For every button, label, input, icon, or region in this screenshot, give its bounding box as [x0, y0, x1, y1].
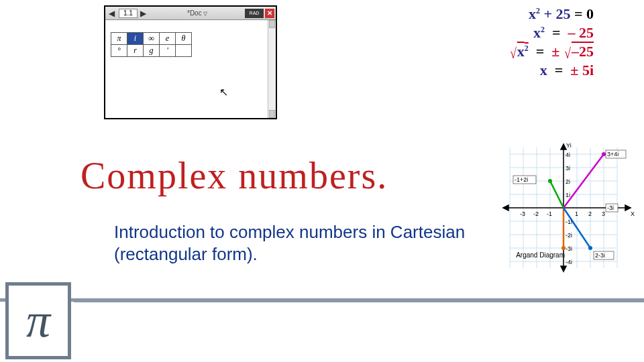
- x-tick: -1: [547, 210, 552, 217]
- close-button[interactable]: ✕: [265, 9, 274, 18]
- x-tick: -2: [533, 210, 539, 217]
- svg-marker-22: [561, 144, 566, 149]
- y-tick: -3i: [566, 245, 572, 252]
- y-tick: -4i: [566, 259, 572, 265]
- equation-line-2: x2 = – 25: [509, 24, 594, 42]
- argand-diagram: Yi X -3 -2 -1 1 2 3 -4i -3i -2i -1i 1i 2…: [493, 141, 637, 275]
- math-text: x: [540, 62, 547, 78]
- math-text: – 25: [568, 24, 594, 41]
- worked-equations: x2 + 25 = 0 x2 = – 25 √x2 = ± √–25 x = ±…: [509, 4, 594, 80]
- symbol-palette: π i ∞ e θ ° r g ': [111, 32, 192, 57]
- x-tick: 2: [588, 210, 592, 217]
- cursor-icon: ↖: [219, 86, 228, 99]
- plus-minus: ±: [570, 62, 578, 78]
- radicand: x2: [517, 43, 529, 60]
- svg-point-31: [588, 246, 592, 250]
- x-tick: -3: [520, 210, 525, 217]
- doc-title[interactable]: *Doc: [150, 10, 245, 17]
- calculator-body: π i ∞ e θ ° r g ' ↖: [105, 20, 276, 118]
- equals-sign: =: [574, 5, 583, 22]
- nav-back-button[interactable]: ◀: [105, 7, 117, 19]
- symbol-cell[interactable]: π: [111, 33, 127, 45]
- exponent: 2: [536, 6, 540, 15]
- math-text: x: [533, 24, 541, 41]
- symbol-cell[interactable]: g: [144, 45, 160, 57]
- symbol-cell[interactable]: r: [127, 45, 144, 57]
- symbol-cell[interactable]: e: [160, 33, 176, 45]
- nav-forward-button[interactable]: ▶: [138, 7, 150, 19]
- y-tick: 3i: [566, 165, 570, 172]
- pi-badge: π: [5, 282, 71, 359]
- x-tick: 1: [575, 210, 578, 217]
- exponent: 2: [541, 25, 545, 34]
- equation-line-4: x = ± 5i: [509, 62, 594, 79]
- argand-caption: Argand Diagram: [516, 251, 565, 259]
- y-tick: 2i: [566, 178, 570, 185]
- equals-sign: =: [555, 62, 564, 78]
- y-axis-label: Yi: [566, 142, 572, 149]
- svg-point-28: [602, 152, 606, 156]
- svg-point-29: [548, 179, 552, 183]
- y-tick: 4i: [566, 152, 570, 158]
- x-axis-label: X: [631, 210, 635, 217]
- svg-marker-20: [503, 205, 508, 210]
- bottom-rail: [0, 298, 644, 362]
- vector-label: 2-3i: [595, 252, 605, 259]
- y-tick: -1i: [566, 219, 572, 225]
- svg-marker-23: [561, 266, 566, 272]
- doc-tab[interactable]: 1.1: [119, 9, 138, 18]
- math-text: 5i: [582, 62, 594, 78]
- math-text: x: [529, 5, 536, 22]
- y-tick: 1i: [566, 192, 570, 198]
- slide-subtitle: Introduction to complex numbers in Carte…: [114, 221, 517, 265]
- equation-line-1: x2 + 25 = 0: [509, 5, 594, 23]
- vector-label: 3+4i: [607, 151, 619, 158]
- symbol-row: π i ∞ e θ: [111, 33, 192, 45]
- symbol-cell-selected[interactable]: i: [127, 33, 144, 45]
- slide-title: Complex numbers.: [80, 154, 388, 197]
- equals-sign: =: [552, 24, 561, 41]
- symbol-row: ° r g ': [111, 45, 192, 57]
- calculator-titlebar: ◀ 1.1 ▶ *Doc RAD ✕: [105, 7, 276, 20]
- pi-icon: π: [26, 293, 50, 349]
- vector-label: -3i: [607, 204, 614, 211]
- vector-label: -1+2i: [515, 176, 528, 183]
- calculator-window: ◀ 1.1 ▶ *Doc RAD ✕ π i ∞ e θ ° r g ' ↖: [104, 5, 277, 119]
- plus-minus: ±: [551, 43, 559, 60]
- sqrt-icon: √: [510, 45, 517, 62]
- scrollbar[interactable]: [268, 20, 276, 118]
- svg-marker-19: [625, 205, 631, 210]
- rail-fill: [74, 302, 644, 362]
- x-tick: 3: [602, 210, 605, 217]
- math-text: 0: [586, 5, 594, 22]
- mode-indicator[interactable]: RAD: [245, 9, 264, 18]
- symbol-cell[interactable]: °: [111, 45, 127, 57]
- math-text: + 25: [543, 5, 570, 22]
- symbol-cell[interactable]: ': [160, 45, 176, 57]
- symbol-cell[interactable]: θ: [176, 33, 192, 45]
- sqrt-icon: √: [564, 45, 571, 62]
- equation-line-3: √x2 = ± √–25: [509, 43, 594, 60]
- equals-sign: =: [536, 43, 545, 60]
- symbol-cell[interactable]: ∞: [144, 33, 160, 45]
- argand-svg: Yi X -3 -2 -1 1 2 3 -4i -3i -2i -1i 1i 2…: [493, 141, 637, 275]
- symbol-cell[interactable]: [176, 45, 192, 57]
- radicand: –25: [572, 43, 594, 60]
- y-tick: -2i: [566, 232, 572, 239]
